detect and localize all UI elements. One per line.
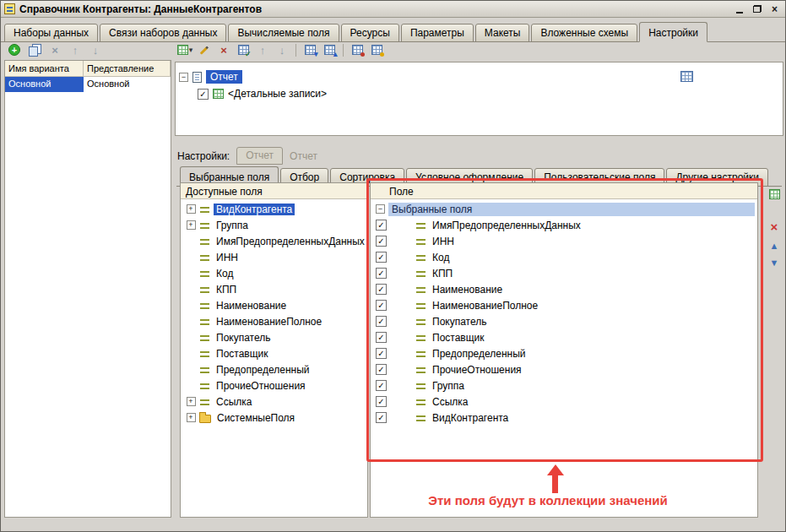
report-structure-icon[interactable]	[680, 71, 693, 82]
available-field-row[interactable]: Код	[181, 265, 367, 281]
available-field-row[interactable]: + ВидКонтрагента	[181, 201, 367, 217]
field-tree-button[interactable]	[766, 186, 783, 203]
settings-load-button[interactable]: ▴	[321, 41, 338, 58]
available-field-label: Предопределенный	[214, 364, 312, 376]
selected-field-row[interactable]: ✓ НаименованиеПолное	[371, 297, 757, 313]
settings-save-button[interactable]: ▾	[301, 41, 318, 58]
field-checkbox[interactable]: ✓	[376, 364, 387, 375]
field-checkbox[interactable]: ✓	[376, 412, 387, 423]
down-triangle-icon: ▼	[770, 258, 779, 268]
selected-field-label: НаименованиеПолное	[430, 300, 540, 312]
selected-field-label: КПП	[430, 268, 455, 280]
app-icon	[4, 3, 15, 14]
variant-move-down-button[interactable]: ↓	[87, 41, 104, 58]
field-checkbox[interactable]: ✓	[376, 252, 387, 263]
field-checkbox[interactable]: ✓	[376, 236, 387, 247]
variant-move-up-button[interactable]: ↑	[67, 41, 84, 58]
available-fields-panel: Доступные поля + ВидКонтрагента + Группа	[180, 182, 368, 518]
available-field-row[interactable]: Наименование	[181, 297, 367, 313]
selected-field-row[interactable]: ✓ ВидКонтрагента	[371, 410, 757, 426]
add-button[interactable]: ▾	[176, 41, 193, 58]
field-icon	[199, 220, 210, 231]
minimize-button[interactable]	[732, 3, 746, 15]
remove-field-button[interactable]: ×	[766, 218, 783, 235]
field-checkbox[interactable]: ✓	[376, 380, 387, 391]
available-field-row[interactable]: ИНН	[181, 249, 367, 265]
available-field-row[interactable]: + СистемныеПоля	[181, 410, 367, 426]
field-checkbox[interactable]: ✓	[376, 300, 387, 311]
available-field-row[interactable]: ИмяПредопределенныхДанных	[181, 233, 367, 249]
field-icon	[415, 413, 426, 423]
field-move-up-button[interactable]: ▲	[766, 237, 783, 254]
selected-field-row[interactable]: ✓ Поставщик	[371, 329, 757, 345]
available-field-row[interactable]: Предопределенный	[181, 361, 367, 377]
selected-field-row[interactable]: ✓ Ссылка	[371, 394, 757, 410]
field-checkbox[interactable]: ✓	[376, 220, 387, 231]
field-checkbox[interactable]: ✓	[376, 316, 387, 327]
selected-field-row[interactable]: ✓ ПрочиеОтношения	[371, 361, 757, 377]
available-field-row[interactable]: НаименованиеПолное	[181, 313, 367, 329]
grid-red-dot-icon	[352, 45, 363, 55]
field-checkbox[interactable]: ✓	[376, 348, 387, 359]
field-icon	[199, 381, 210, 391]
variant-name-cell[interactable]: Основной	[5, 77, 84, 92]
available-field-row[interactable]: Поставщик	[181, 345, 367, 361]
restore-button[interactable]	[750, 3, 764, 15]
copy-variant-button[interactable]	[26, 41, 43, 58]
node-move-up-button[interactable]: ↑	[254, 41, 271, 58]
available-field-row[interactable]: + Ссылка	[181, 394, 367, 410]
field-icon	[199, 285, 210, 295]
detail-records-row[interactable]: ✓ <Детальные записи>	[179, 85, 779, 102]
available-field-label: Группа	[214, 220, 251, 231]
available-field-label: Наименование	[214, 300, 289, 312]
collapse-icon[interactable]: −	[179, 73, 188, 82]
selected-fields-root-row[interactable]: − Выбранные поля	[371, 201, 757, 217]
variant-row[interactable]: Основной Основной	[5, 77, 171, 92]
field-icon	[415, 269, 426, 279]
selected-field-row[interactable]: ✓ Код	[371, 249, 757, 265]
detail-records-label[interactable]: <Детальные записи>	[228, 88, 327, 100]
selected-fields-toolbar: × ▲ ▼	[765, 186, 783, 271]
selected-field-row[interactable]: ✓ Предопределенный	[371, 345, 757, 361]
field-checkbox[interactable]: ✓	[376, 268, 387, 279]
expand-icon[interactable]: +	[187, 397, 196, 406]
output-parameters-button[interactable]	[349, 41, 366, 58]
expand-icon[interactable]: +	[187, 204, 196, 214]
available-field-row[interactable]: ПрочиеОтношения	[181, 377, 367, 394]
expand-icon[interactable]: +	[187, 413, 196, 422]
field-checkbox[interactable]: ✓	[376, 284, 387, 295]
window-title: Справочник Контрагенты: ДанныеКонтрагент…	[19, 3, 262, 15]
report-icon	[192, 72, 202, 83]
field-move-down-button[interactable]: ▼	[766, 254, 783, 271]
delete-button[interactable]: ×	[215, 41, 232, 58]
available-field-row[interactable]: Покупатель	[181, 329, 367, 345]
conditional-appearance-button[interactable]	[368, 41, 385, 58]
expand-icon[interactable]: +	[187, 220, 196, 230]
available-field-label: ИНН	[214, 252, 241, 263]
report-node-label[interactable]: Отчет	[206, 70, 242, 84]
field-checkbox[interactable]: ✓	[376, 396, 387, 407]
available-field-row[interactable]: КПП	[181, 281, 367, 297]
available-field-row[interactable]: + Группа	[181, 217, 367, 233]
close-button[interactable]: ×	[767, 3, 782, 15]
edit-button[interactable]	[196, 41, 213, 58]
selected-field-row[interactable]: ✓ Наименование	[371, 281, 757, 297]
selected-field-row[interactable]: ✓ КПП	[371, 265, 757, 281]
field-icon	[199, 365, 210, 375]
selected-fields-list: − Выбранные поля ✓ ИмяПредопределенныхДа…	[371, 199, 757, 517]
selected-field-row[interactable]: ✓ Группа	[371, 377, 757, 394]
selected-field-row[interactable]: ✓ Покупатель	[371, 313, 757, 329]
selected-field-row[interactable]: ✓ ИНН	[371, 233, 757, 249]
selected-field-row[interactable]: ✓ ИмяПредопределенныхДанных	[371, 217, 757, 233]
field-checkbox[interactable]: ✓	[376, 332, 387, 343]
variant-presentation-cell[interactable]: Основной	[84, 77, 171, 92]
detail-records-checkbox[interactable]: ✓	[198, 89, 209, 100]
collapse-icon[interactable]: −	[376, 204, 385, 214]
field-icon	[415, 317, 426, 327]
delete-variant-button[interactable]: ×	[46, 41, 63, 58]
settings-strip-chip[interactable]: Отчет	[236, 147, 283, 165]
node-move-down-button[interactable]: ↓	[274, 41, 290, 58]
check-settings-button[interactable]: ✓	[235, 41, 252, 58]
add-variant-button[interactable]: +	[6, 41, 23, 58]
report-structure-tree: − Отчет ✓ <Детальные записи>	[175, 62, 783, 136]
